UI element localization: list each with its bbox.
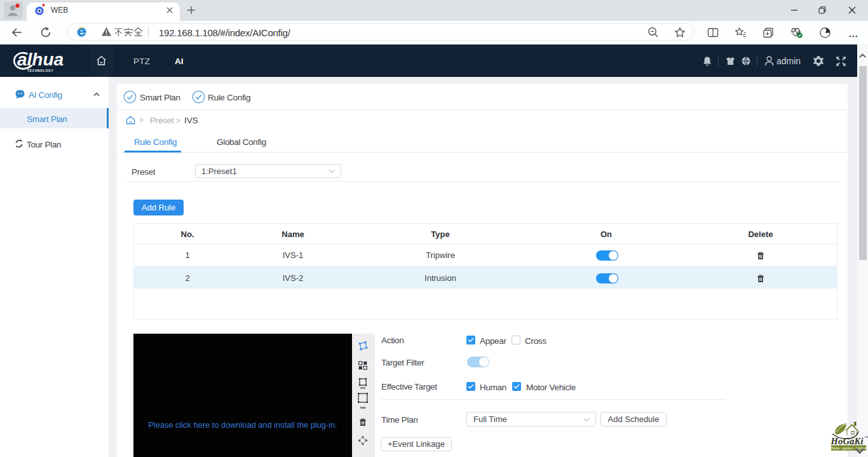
svg-text:max: max [360, 406, 366, 409]
svg-text:TECHNOLOGY: TECHNOLOGY [27, 69, 54, 72]
svg-text:HoGaKi: HoGaKi [831, 436, 864, 446]
svg-text:min: min [360, 386, 365, 390]
svg-text:TM: TM [865, 436, 868, 439]
